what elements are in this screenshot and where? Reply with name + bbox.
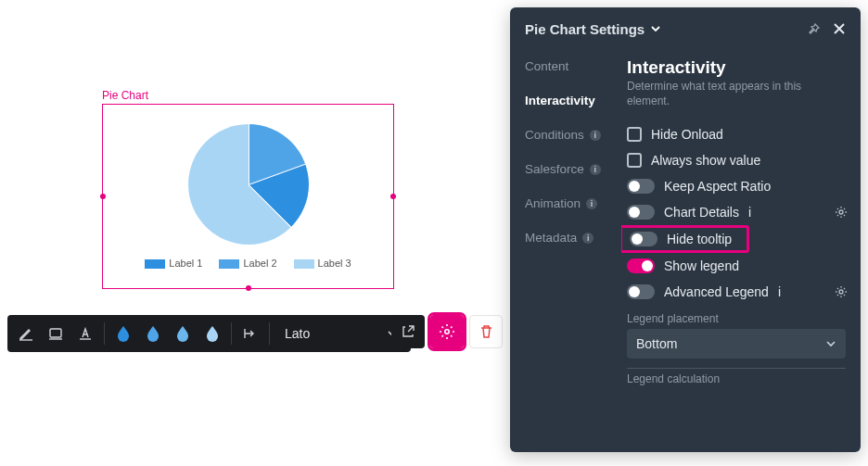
delete-button[interactable] (469, 315, 503, 348)
toggle[interactable] (627, 258, 655, 273)
spacing-button[interactable] (237, 321, 263, 346)
panel-title: Pie Chart Settings (525, 21, 645, 37)
panel-header: Pie Chart Settings (510, 7, 861, 48)
svg-point-1 (445, 330, 449, 334)
option-chart-details[interactable]: Chart Details i (627, 199, 846, 225)
format-toolbar: Lato (7, 315, 411, 352)
font-select-button[interactable]: Lato (275, 320, 405, 347)
panel-content: Interactivity Determine what text appear… (621, 48, 861, 452)
chart-selection-box[interactable]: Label 1 Label 2 Label 3 (102, 104, 394, 289)
legend-placement-select[interactable]: Bottom (627, 329, 846, 359)
pie-chart (188, 124, 309, 245)
series-color-1[interactable] (110, 321, 136, 346)
settings-panel: Pie Chart Settings Content Interactivity… (510, 7, 861, 452)
option-always-show-value[interactable]: Always show value (627, 147, 846, 173)
option-advanced-legend[interactable]: Advanced Legend i (627, 279, 846, 305)
option-label: Advanced Legend (664, 284, 769, 299)
settings-gear-button[interactable] (430, 315, 464, 348)
tab-animation[interactable]: Animationi (525, 196, 621, 210)
toggle[interactable] (627, 284, 655, 299)
chart-title-label: Pie Chart (102, 89, 394, 102)
legend-placement-label: Legend placement (627, 312, 846, 325)
info-icon: i (582, 233, 594, 244)
checkbox[interactable] (627, 127, 642, 142)
chevron-down-icon (825, 338, 836, 349)
legend-item: Label 1 (145, 258, 202, 269)
option-label: Show legend (664, 258, 739, 273)
toggle[interactable] (627, 179, 655, 194)
select-value: Bottom (636, 336, 677, 351)
text-color-button[interactable] (72, 321, 98, 346)
legend-item: Label 3 (294, 258, 351, 269)
option-hide-tooltip[interactable]: Hide tooltip (621, 225, 749, 253)
option-show-legend[interactable]: Show legend (627, 253, 846, 279)
option-label: Chart Details (664, 205, 739, 220)
option-label: Hide Onload (651, 127, 723, 142)
svg-rect-0 (50, 329, 61, 337)
tab-content[interactable]: Content (525, 59, 621, 73)
info-icon: i (590, 130, 601, 141)
section-subtext: Determine what text appears in this elem… (627, 80, 846, 108)
svg-point-2 (839, 210, 843, 214)
option-label: Keep Aspect Ratio (664, 179, 771, 194)
close-icon[interactable] (829, 19, 849, 39)
tab-metadata[interactable]: Metadatai (525, 231, 621, 245)
legend-calculation-label: Legend calculation (627, 372, 846, 385)
chevron-down-icon[interactable] (650, 23, 661, 34)
pin-icon[interactable] (803, 19, 823, 39)
option-label: Hide tooltip (667, 232, 732, 246)
svg-point-3 (839, 290, 843, 294)
toggle[interactable] (630, 232, 657, 246)
series-color-4[interactable] (199, 321, 225, 346)
series-color-3[interactable] (170, 321, 196, 346)
info-icon: i (778, 284, 781, 299)
section-heading: Interactivity (627, 57, 846, 78)
info-icon: i (590, 164, 601, 175)
border-color-button[interactable] (43, 321, 69, 346)
legend-item: Label 2 (219, 258, 276, 269)
tab-salesforce[interactable]: Salesforcei (525, 162, 621, 176)
font-select[interactable]: Lato (275, 320, 405, 347)
gear-icon[interactable] (835, 206, 848, 219)
checkbox[interactable] (627, 153, 642, 168)
toggle[interactable] (627, 205, 655, 220)
fill-color-button[interactable] (13, 321, 39, 346)
option-label: Always show value (651, 153, 760, 168)
info-icon: i (586, 198, 597, 209)
tab-interactivity[interactable]: Interactivity (525, 94, 621, 107)
open-external-button[interactable] (391, 315, 425, 348)
option-keep-aspect-ratio[interactable]: Keep Aspect Ratio (627, 173, 846, 199)
panel-tabs: Content Interactivity Conditionsi Salesf… (510, 48, 621, 452)
option-hide-onload[interactable]: Hide Onload (627, 121, 846, 147)
gear-icon[interactable] (835, 285, 848, 298)
chart-canvas[interactable]: Pie Chart Label 1 Label 2 Label 3 (102, 89, 394, 289)
tab-conditions[interactable]: Conditionsi (525, 128, 621, 142)
info-icon: i (748, 205, 751, 220)
series-color-2[interactable] (140, 321, 166, 346)
chart-legend: Label 1 Label 2 Label 3 (145, 258, 351, 269)
